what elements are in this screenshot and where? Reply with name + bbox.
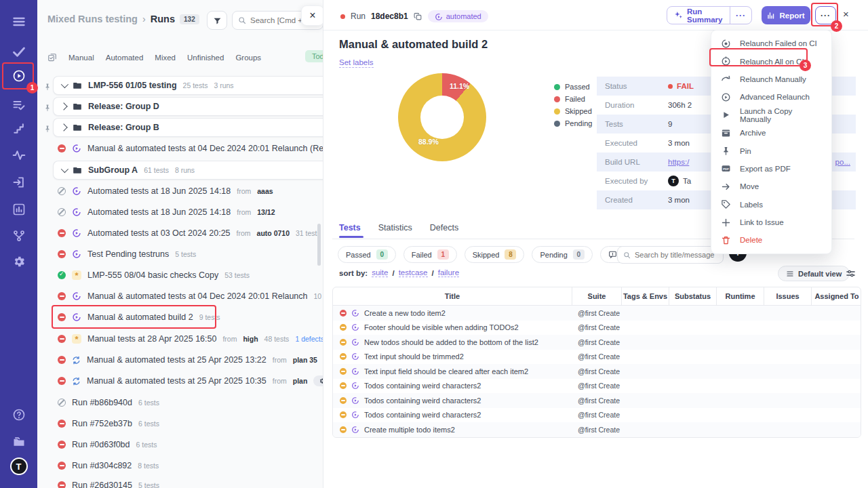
- chevron-right-icon[interactable]: [60, 102, 67, 110]
- pulse-icon[interactable]: [11, 147, 27, 163]
- milestones-icon[interactable]: [11, 120, 27, 136]
- tab-statistics[interactable]: Statistics: [378, 223, 412, 232]
- menu-item-pin[interactable]: Pin: [711, 142, 831, 159]
- menu-item-relaunch-manually[interactable]: Relaunch Manually: [711, 70, 831, 88]
- table-row[interactable]: Todos containing weird characters2@first…: [333, 379, 861, 394]
- help-icon[interactable]: [11, 407, 27, 423]
- menu-item-link-to-issue[interactable]: Link to Issue: [711, 214, 831, 231]
- filter-button[interactable]: [207, 11, 227, 30]
- run-list-item[interactable]: *Manual tests at 28 Apr 2025 16:50fromhi…: [58, 329, 323, 349]
- run-list-item[interactable]: Run #b86b940d6 tests: [58, 392, 323, 413]
- runs-icon[interactable]: [11, 68, 27, 84]
- copy-run-id-icon[interactable]: [414, 12, 422, 21]
- run-group-card[interactable]: SubGroup A61 tests8 runs: [53, 161, 323, 180]
- column-header-assigned-to[interactable]: Assigned To: [812, 287, 861, 305]
- tab-defects[interactable]: Defects: [430, 223, 458, 232]
- menu-item-relaunch-failed-on-ci[interactable]: Relaunch Failed on CI: [711, 35, 831, 52]
- table-row[interactable]: New todos should be added to the bottom …: [333, 335, 861, 350]
- tab-manual[interactable]: Manual: [68, 54, 94, 62]
- set-labels-link[interactable]: Set labels: [339, 58, 374, 68]
- run-group-card[interactable]: LMP-556 01/05 testing25 tests3 runs: [53, 76, 323, 95]
- menu-item-labels[interactable]: Labels: [711, 196, 831, 214]
- tests-search-input[interactable]: [635, 251, 717, 259]
- report-button[interactable]: Report: [762, 6, 810, 24]
- failed-filter-chip[interactable]: Failed1: [403, 246, 457, 263]
- run-list-item[interactable]: Run #26d301455 tests: [58, 475, 323, 488]
- menu-item-archive[interactable]: Archive: [711, 124, 831, 142]
- sort-by-suite[interactable]: suite: [372, 268, 388, 277]
- report-url-link[interactable]: po...: [835, 158, 850, 166]
- tab-unfinished[interactable]: Unfinished: [187, 54, 224, 62]
- defects-link[interactable]: 1 defects: [295, 335, 323, 343]
- table-row[interactable]: Create multiple todo items2@first Create…: [333, 422, 861, 437]
- column-header-issues[interactable]: Issues: [764, 287, 812, 305]
- chevron-down-icon[interactable]: [61, 81, 68, 88]
- menu-item-delete[interactable]: Delete: [711, 231, 831, 249]
- tests-icon[interactable]: [11, 43, 27, 60]
- run-list-item[interactable]: Manual & automated tests at 04 Dec 2024 …: [58, 138, 323, 159]
- tab-mixed[interactable]: Mixed: [155, 54, 176, 62]
- run-list-item[interactable]: Test Pending testruns5 tests: [58, 244, 323, 264]
- run-list-item[interactable]: Manual & automated build 29 tests: [58, 307, 323, 327]
- run-list-item[interactable]: *LMP-555 08/04 basic checks Copy53 tests: [58, 265, 323, 285]
- panel-close-button[interactable]: ×: [301, 5, 323, 26]
- run-list-item[interactable]: Automated tests at 18 Jun 2025 14:18from…: [58, 202, 323, 222]
- table-row[interactable]: Create a new todo item2@first Create ...: [333, 306, 861, 321]
- run-list-item[interactable]: Run #d304c8928 tests: [58, 455, 323, 476]
- tab-tests[interactable]: Tests: [339, 223, 361, 232]
- column-settings-icon[interactable]: [846, 268, 856, 279]
- tab-groups[interactable]: Groups: [235, 54, 261, 62]
- column-header-substatus[interactable]: Substatus: [669, 287, 717, 305]
- run-summary-button[interactable]: Run Summary ···: [667, 6, 752, 24]
- table-row[interactable]: Todos containing weird characters2@first…: [333, 393, 861, 408]
- run-group-card[interactable]: Release: Group D: [53, 97, 323, 116]
- run-more-actions-button[interactable]: ···: [815, 6, 836, 24]
- projects-icon[interactable]: [11, 434, 27, 450]
- menu-item-export-as-pdf[interactable]: PDFExport as PDF: [711, 160, 831, 178]
- tests-search[interactable]: [617, 246, 724, 264]
- passed-filter-chip[interactable]: Passed0: [338, 246, 396, 263]
- run-list-item[interactable]: Run #752eb37b6 tests: [58, 413, 323, 434]
- import-icon[interactable]: [11, 174, 27, 190]
- sort-by-testcase[interactable]: testcase: [399, 268, 428, 277]
- menu-item-relaunch-all-on-ci[interactable]: Relaunch All on CI: [711, 52, 831, 70]
- test-plans-icon[interactable]: [11, 97, 27, 113]
- breadcrumb-project[interactable]: Mixed Runs testing: [47, 14, 138, 24]
- table-row[interactable]: Todos containing weird characters2@first…: [333, 408, 861, 423]
- settings-icon[interactable]: [11, 253, 27, 270]
- column-header-tags-envs[interactable]: Tags & Envs: [622, 287, 669, 305]
- menu-item-advanced-relaunch[interactable]: Advanced Relaunch: [711, 88, 831, 106]
- run-list-item[interactable]: Automated tests at 03 Oct 2024 20:25from…: [58, 223, 323, 243]
- analytics-icon[interactable]: [11, 201, 27, 218]
- run-summary-more-button[interactable]: ···: [730, 11, 751, 20]
- run-list-item[interactable]: Manual & automated tests at 04 Dec 2024 …: [58, 286, 323, 306]
- menu-item-move[interactable]: Move: [711, 178, 831, 195]
- run-list-item[interactable]: Automated tests at 18 Jun 2025 14:18from…: [58, 181, 323, 201]
- runs-list-scrollbar[interactable]: [317, 224, 321, 266]
- table-row[interactable]: Text input field should be cleared after…: [333, 364, 861, 379]
- run-detail-close-button[interactable]: ×: [843, 8, 849, 20]
- default-view-button[interactable]: Default view: [778, 266, 850, 281]
- column-header-suite[interactable]: Suite: [572, 287, 622, 305]
- pending-filter-chip[interactable]: Pending0: [532, 246, 592, 263]
- integrations-icon[interactable]: [11, 228, 27, 244]
- menu-icon[interactable]: [11, 14, 27, 30]
- sort-by-failure[interactable]: failure: [438, 268, 459, 277]
- run-list-item[interactable]: Manual & automated tests at 25 Apr 2025 …: [58, 371, 323, 391]
- chevron-right-icon[interactable]: [60, 123, 67, 131]
- menu-item-launch-a-copy-manually[interactable]: Launch a Copy Manually: [711, 106, 831, 124]
- chevron-down-icon[interactable]: [61, 165, 68, 173]
- skipped-filter-chip[interactable]: Skipped8: [465, 246, 525, 263]
- run-list-item[interactable]: Run #0d63f0bd6 tests: [58, 434, 323, 455]
- column-header-title[interactable]: Title: [333, 287, 572, 305]
- run-group-card[interactable]: Release: Group B: [53, 118, 323, 137]
- multi-select-icon[interactable]: [47, 53, 57, 62]
- user-avatar[interactable]: T: [10, 458, 28, 475]
- automated-badge[interactable]: automated: [428, 10, 488, 22]
- tab-automated[interactable]: Automated: [106, 54, 144, 62]
- run-list-item[interactable]: Manual & automated tests at 25 Apr 2025 …: [58, 350, 323, 370]
- table-row[interactable]: Footer should be visible when adding TOD…: [333, 321, 861, 336]
- column-header-runtime[interactable]: Runtime: [717, 287, 764, 305]
- table-row[interactable]: Text input should be trimmed2@first Crea…: [333, 350, 861, 365]
- tab-today-chip[interactable]: Today: [305, 50, 323, 62]
